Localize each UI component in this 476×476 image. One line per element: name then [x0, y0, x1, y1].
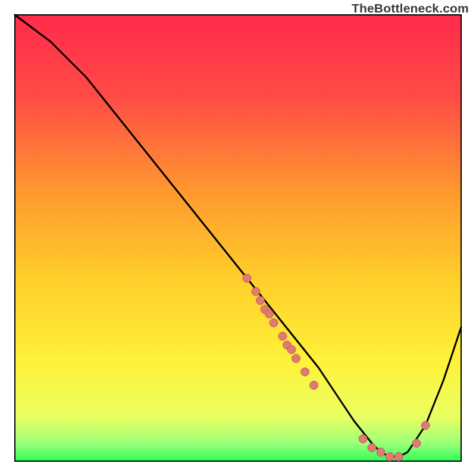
watermark-text: TheBottleneck.com — [352, 1, 469, 15]
curve-marker — [394, 453, 403, 461]
curve-marker — [292, 355, 300, 363]
curve-marker — [412, 439, 421, 447]
curve-marker — [359, 435, 367, 443]
curve-marker — [252, 287, 260, 296]
curve-marker — [421, 421, 430, 430]
curve-marker — [377, 448, 385, 456]
curve-marker — [301, 368, 309, 376]
curve-marker — [243, 274, 251, 283]
bottleneck-curve-chart — [0, 0, 476, 476]
curve-marker — [278, 332, 287, 340]
curve-marker — [310, 381, 318, 390]
curve-marker — [265, 310, 274, 318]
curve-marker — [287, 346, 296, 354]
chart-container: TheBottleneck.com — [0, 0, 476, 476]
curve-marker — [386, 453, 394, 461]
curve-marker — [368, 444, 376, 452]
curve-marker — [256, 296, 265, 305]
plot-area — [15, 15, 461, 461]
curve-marker — [270, 319, 278, 327]
